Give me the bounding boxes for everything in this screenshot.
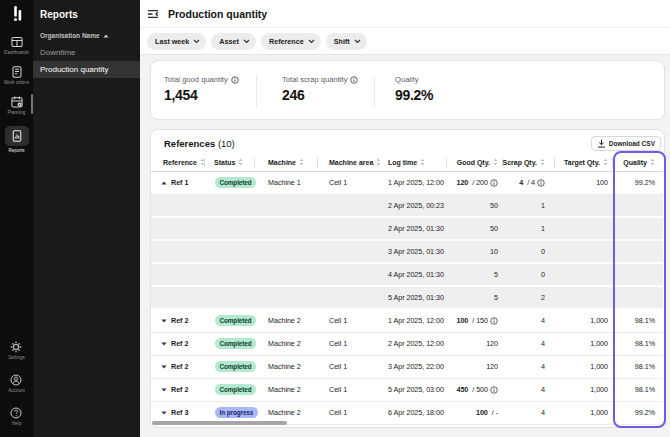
filter-bar: Last weekAssetReferenceShift <box>140 28 670 55</box>
filter-label: Shift <box>334 37 350 46</box>
rail-item-label: Reports <box>8 148 24 153</box>
status-badge: Completed <box>215 361 256 372</box>
sort-icon <box>238 158 243 166</box>
column-divider <box>502 158 503 167</box>
brand-logo[interactable] <box>7 2 27 28</box>
reports-icon <box>11 130 23 142</box>
stat-quality: Quality99.2% <box>375 61 664 119</box>
info-icon <box>490 317 498 325</box>
filter-label: Asset <box>219 37 239 46</box>
stat-total-scrap-quantity: Total scrap quantity246 <box>257 61 374 119</box>
rail-item-reports[interactable]: Reports <box>4 126 29 153</box>
stat-label: Total good quantity <box>164 75 256 84</box>
column-header-quality[interactable]: Quality <box>612 154 663 171</box>
references-card: References (10) Download CSV ReferenceSt… <box>150 129 665 428</box>
column-divider <box>317 158 318 167</box>
sidebar-item-production-quantity[interactable]: Production quantity <box>33 61 140 78</box>
reference-label: Ref 3 <box>171 408 188 417</box>
filter-shift[interactable]: Shift <box>326 33 367 50</box>
rail-item-dashboards[interactable]: Dashboards <box>4 36 29 55</box>
chevron-down-icon <box>243 39 250 44</box>
caret-down-icon <box>161 411 167 415</box>
caret-down-icon <box>161 365 167 369</box>
rail-item-label: Planning <box>8 110 26 115</box>
organisation-selector[interactable]: Organisation Name <box>33 32 140 39</box>
column-header-machine[interactable]: Machine <box>254 154 317 171</box>
caret-up-icon <box>161 181 167 185</box>
table-row-detail[interactable]: 4 Apr 2025, 01:3050 <box>151 263 663 286</box>
table-row[interactable]: Ref 2CompletedMachine 2Cell 13 Apr 2025,… <box>151 355 663 378</box>
column-header-log-time[interactable]: Log time <box>377 154 446 171</box>
info-icon <box>537 179 545 187</box>
column-header-good-qty[interactable]: Good Qty. <box>446 154 502 171</box>
reports-sidebar: Reports Organisation Name DowntimeProduc… <box>33 0 140 437</box>
account-icon <box>10 374 22 386</box>
filter-asset[interactable]: Asset <box>211 33 256 50</box>
stat-total-good-quantity: Total good quantity1,454 <box>151 61 256 119</box>
column-header-status[interactable]: Status <box>204 154 254 171</box>
main-area: Production quantity Last weekAssetRefere… <box>140 0 670 437</box>
content-area: Total good quantity1,454Total scrap quan… <box>140 55 670 428</box>
table-row-detail[interactable]: 5 Apr 2025, 01:3052 <box>151 286 663 309</box>
table-row[interactable]: Ref 2CompletedMachine 2Cell 12 Apr 2025,… <box>151 332 663 355</box>
rail-bottom-group: SettingsAccountHelp <box>8 341 25 437</box>
page-title: Production quantity <box>168 8 267 20</box>
references-card-header: References (10) Download CSV <box>151 130 664 154</box>
status-badge: Completed <box>215 384 256 395</box>
caret-down-icon <box>161 319 167 323</box>
logo-icon <box>7 2 27 24</box>
column-header-target-qty[interactable]: Target Qty. <box>554 154 612 171</box>
rail-item-settings[interactable]: Settings <box>8 341 25 360</box>
table-row[interactable]: Ref 2CompletedMachine 2Cell 15 Apr 2025,… <box>151 378 663 401</box>
column-divider <box>554 158 555 167</box>
reference-label: Ref 2 <box>171 339 188 348</box>
column-divider <box>377 158 378 167</box>
filter-reference[interactable]: Reference <box>261 33 321 50</box>
references-title: References (10) <box>164 138 235 149</box>
column-header-scrap-qty[interactable]: Scrap Qty. <box>502 154 554 171</box>
filter-time-range[interactable]: Last week <box>147 33 206 50</box>
rail-item-label: Help <box>12 421 21 426</box>
caret-down-icon <box>161 388 167 392</box>
status-badge: Completed <box>215 315 256 326</box>
rail-resize-handle[interactable] <box>31 94 33 114</box>
sidebar-title: Reports <box>33 9 140 20</box>
rail-item-planning[interactable]: Planning <box>4 96 29 115</box>
filter-label: Last week <box>155 37 189 46</box>
column-divider <box>446 158 447 167</box>
sort-icon <box>650 158 655 166</box>
rail-item-label: Settings <box>8 355 25 360</box>
sort-icon <box>540 158 545 166</box>
sidebar-item-downtime[interactable]: Downtime <box>33 44 140 61</box>
status-badge: Completed <box>215 338 256 349</box>
caret-up-sm-icon <box>103 34 109 38</box>
table-row-detail[interactable]: 2 Apr 2025, 01:30501 <box>151 217 663 240</box>
table-header-row: ReferenceStatusMachineMachine areaLog ti… <box>151 154 663 171</box>
work-orders-icon <box>11 66 23 78</box>
sort-icon <box>299 158 304 166</box>
collapse-sidebar-icon[interactable] <box>147 8 159 20</box>
stat-label: Total scrap quantity <box>282 75 374 84</box>
rail-item-help[interactable]: Help <box>10 407 22 426</box>
references-count: (10) <box>218 138 235 149</box>
table-row-detail[interactable]: 2 Apr 2025, 00:23501 <box>151 194 663 217</box>
table-row[interactable]: Ref 1CompletedMachine 1Cell 11 Apr 2025,… <box>151 171 663 194</box>
chevron-down-icon <box>354 39 361 44</box>
rail-item-label: Work orders <box>4 80 29 85</box>
table-row-detail[interactable]: 3 Apr 2025, 01:30100 <box>151 240 663 263</box>
column-divider <box>254 158 255 167</box>
topbar: Production quantity <box>140 0 670 28</box>
rail-item-work-orders[interactable]: Work orders <box>4 66 29 85</box>
rail-item-account[interactable]: Account <box>8 374 25 393</box>
info-icon <box>231 76 239 84</box>
column-divider <box>204 158 205 167</box>
download-csv-button[interactable]: Download CSV <box>591 136 661 151</box>
table-row[interactable]: Ref 2CompletedMachine 2Cell 11 Apr 2025,… <box>151 309 663 332</box>
column-header-machine-area[interactable]: Machine area <box>317 154 377 171</box>
organisation-name: Organisation Name <box>40 32 100 39</box>
horizontal-scrollbar[interactable] <box>152 421 287 425</box>
column-header-reference[interactable]: Reference <box>151 154 204 171</box>
dashboards-icon <box>11 36 23 48</box>
status-badge: Completed <box>215 177 256 188</box>
rail-item-label: Account <box>8 388 25 393</box>
